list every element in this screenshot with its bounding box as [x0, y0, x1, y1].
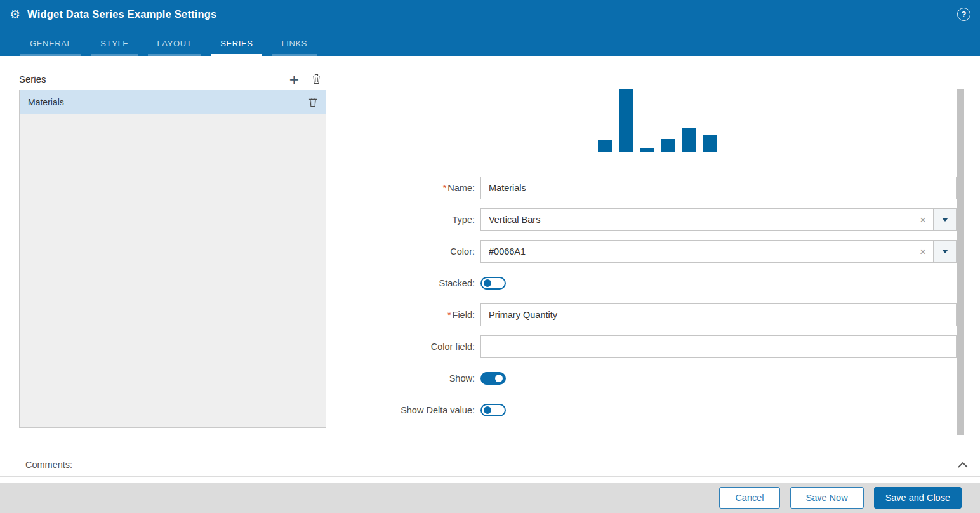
add-series-button[interactable]: + [289, 73, 299, 86]
field-label: *Field: [355, 310, 480, 320]
delete-series-button[interactable] [312, 74, 321, 84]
type-dropdown-button[interactable] [933, 208, 957, 231]
list-item-label: Materials [28, 97, 64, 107]
show-delta-label: Show Delta value: [355, 405, 480, 415]
titlebar: ⚙ Widget Data Series Example Settings ? [0, 0, 980, 28]
settings-window: ⚙ Widget Data Series Example Settings ? … [0, 0, 980, 513]
trash-icon [308, 97, 317, 107]
name-input[interactable] [480, 177, 957, 199]
delete-item-button[interactable] [308, 97, 317, 107]
save-now-button[interactable]: Save Now [790, 487, 864, 509]
scrollbar[interactable] [957, 89, 964, 435]
list-item[interactable]: Materials [20, 90, 326, 114]
color-field-input[interactable] [480, 335, 957, 358]
show-toggle[interactable] [480, 372, 506, 385]
clear-icon[interactable]: × [920, 215, 926, 225]
series-panel-header: Series + [19, 69, 326, 90]
name-label: *Name: [355, 183, 480, 193]
trash-icon [312, 74, 321, 84]
stacked-label: Stacked: [355, 278, 480, 288]
color-dropdown-button[interactable] [933, 240, 957, 263]
stacked-row: Stacked: [355, 272, 957, 295]
field-row: *Field: [355, 303, 957, 326]
chevron-down-icon [942, 250, 948, 253]
stacked-toggle[interactable] [480, 277, 506, 290]
series-panel: Series + Materials [19, 69, 326, 453]
chart-bar [682, 128, 696, 152]
chart-preview [598, 89, 722, 152]
comments-label: Comments: [25, 460, 72, 470]
gear-icon: ⚙ [10, 8, 20, 20]
comments-section: Comments: [0, 453, 980, 477]
type-input[interactable] [480, 208, 934, 231]
chevron-up-icon [957, 462, 969, 469]
color-input[interactable] [480, 240, 934, 263]
tab-style[interactable]: STYLE [91, 39, 138, 56]
tab-series[interactable]: SERIES [211, 39, 262, 56]
series-panel-title: Series [19, 74, 46, 84]
clear-icon[interactable]: × [920, 246, 926, 257]
name-row: *Name: [355, 177, 957, 199]
cancel-button[interactable]: Cancel [719, 487, 779, 509]
main-content: Series + Materials [0, 56, 980, 453]
show-delta-row: Show Delta value: [355, 399, 957, 422]
chevron-down-icon [942, 218, 948, 222]
required-marker: * [443, 183, 447, 193]
required-marker: * [447, 310, 451, 320]
field-input[interactable] [480, 303, 957, 326]
tab-layout[interactable]: LAYOUT [148, 39, 202, 56]
type-label: Type: [355, 215, 480, 225]
color-label: Color: [355, 246, 480, 256]
color-field-row: Color field: [355, 335, 957, 358]
tab-links[interactable]: LINKS [272, 39, 317, 56]
help-icon[interactable]: ? [957, 8, 970, 21]
chart-bar [598, 140, 612, 152]
collapse-comments-button[interactable] [957, 462, 969, 469]
color-row: Color: × [355, 240, 957, 263]
save-and-close-button[interactable]: Save and Close [874, 487, 962, 509]
footer-bar: Cancel Save Now Save and Close [0, 483, 980, 513]
show-delta-toggle[interactable] [480, 404, 506, 416]
chart-bar [661, 139, 675, 152]
scrollbar-thumb[interactable] [957, 89, 964, 435]
color-field-label: Color field: [355, 342, 480, 352]
chart-bar [640, 148, 654, 152]
type-row: Type: × [355, 208, 957, 231]
show-row: Show: [355, 367, 957, 390]
tab-general[interactable]: GENERAL [20, 39, 81, 56]
tab-bar: GENERAL STYLE LAYOUT SERIES LINKS [0, 28, 980, 56]
page-title: Widget Data Series Example Settings [27, 8, 216, 20]
series-form: *Name: Type: × Color: × [355, 56, 957, 453]
show-label: Show: [355, 373, 480, 383]
series-list: Materials [19, 90, 326, 428]
chart-bar [619, 89, 633, 152]
chart-bar [703, 135, 717, 152]
